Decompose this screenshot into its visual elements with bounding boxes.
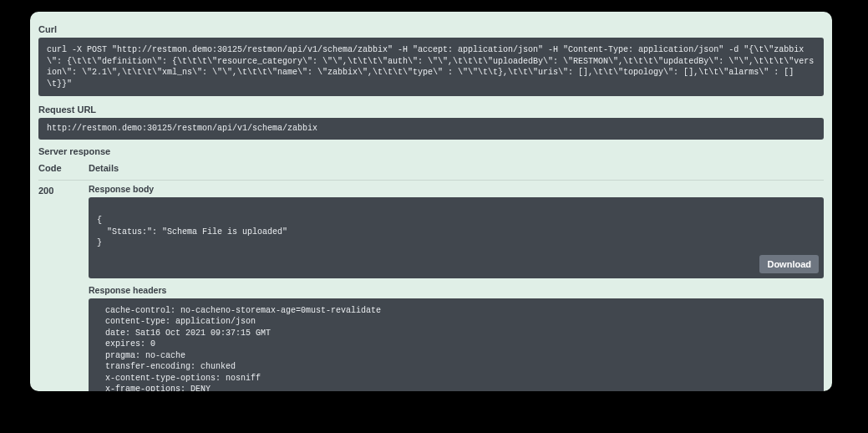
response-body-label: Response body — [89, 184, 824, 194]
request-url-box[interactable]: http://restmon.demo:30125/restmon/api/v1… — [38, 118, 824, 140]
details-column-header: Details — [89, 163, 824, 173]
swagger-response-panel: Curl curl -X POST "http://restmon.demo:3… — [30, 12, 832, 391]
code-column-header: Code — [38, 163, 89, 173]
response-body-box[interactable]: { "Status:": "Schema File is uploaded" }… — [89, 197, 824, 278]
server-response-label: Server response — [38, 146, 824, 156]
response-headers-text: cache-control: no-cacheno-storemax-age=0… — [100, 306, 386, 392]
divider — [38, 180, 824, 181]
response-body-text: { "Status:": "Schema File is uploaded" } — [97, 216, 287, 247]
response-headers-box[interactable]: cache-control: no-cacheno-storemax-age=0… — [89, 298, 824, 392]
request-url-text: http://restmon.demo:30125/restmon/api/v1… — [47, 124, 317, 133]
curl-command-text: curl -X POST "http://restmon.demo:30125/… — [47, 45, 814, 89]
response-row: 200 Response body { "Status:": "Schema F… — [38, 184, 824, 392]
server-response-header-row: Code Details — [38, 160, 824, 175]
curl-label: Curl — [38, 24, 824, 34]
request-url-label: Request URL — [38, 104, 824, 115]
response-headers-label: Response headers — [89, 285, 824, 295]
response-code: 200 — [38, 184, 89, 392]
curl-command-box[interactable]: curl -X POST "http://restmon.demo:30125/… — [38, 38, 824, 96]
download-button[interactable]: Download — [759, 255, 819, 273]
